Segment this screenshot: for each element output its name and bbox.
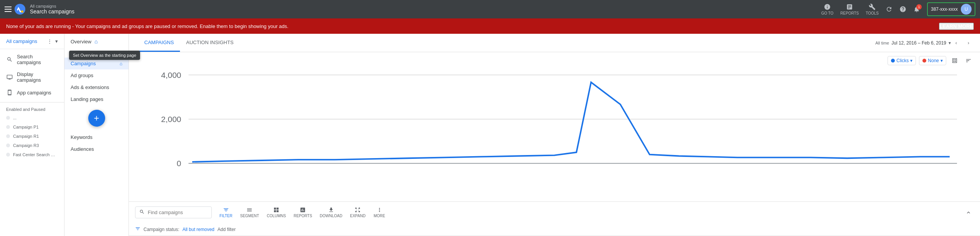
- svg-point-0: [15, 4, 25, 15]
- help-button[interactable]: [899, 6, 906, 13]
- right-content: Overview ⌂ Set Overview as the starting …: [64, 34, 980, 236]
- campaign-status-dot-2: [6, 125, 10, 129]
- campaign-name-5: Fast Center Search C8: [13, 152, 55, 157]
- main-layout: All campaigns ⋮ ▾ Search campaigns Displ…: [0, 34, 980, 236]
- sub-nav-keywords[interactable]: Keywords: [64, 131, 129, 143]
- sidebar-more-icon[interactable]: ⋮: [47, 38, 52, 44]
- fab-plus-icon: +: [94, 114, 99, 123]
- campaign-status-dot-3: [6, 134, 10, 138]
- sidebar-app-label: App campaigns: [17, 90, 51, 96]
- home-icon: ⌂: [94, 38, 97, 45]
- sidebar-divider: [0, 102, 64, 102]
- date-range-selector[interactable]: All time Jul 12, 2016 – Feb 6, 2019 ▾: [875, 40, 951, 46]
- tab-auction-insights[interactable]: AUCTION INSIGHTS: [180, 34, 240, 52]
- account-id: 387-xxx-xxxx: [931, 7, 958, 12]
- app-icon: [6, 89, 13, 96]
- filter-status-label: Campaign status:: [144, 227, 179, 232]
- reports-button[interactable]: REPORTS: [290, 205, 315, 219]
- tools-button[interactable]: TOOLS: [866, 3, 879, 15]
- campaign-item-5[interactable]: Fast Center Search C8: [0, 150, 64, 159]
- prev-date-button[interactable]: ‹: [951, 38, 962, 48]
- campaign-status-dot-5: [6, 153, 10, 157]
- campaign-item-3[interactable]: Campaign R1: [0, 132, 64, 141]
- user-avatar[interactable]: U: [961, 4, 972, 15]
- learn-more-button[interactable]: LEARN MORE: [939, 23, 974, 30]
- add-filter-button[interactable]: Add filter: [218, 227, 236, 232]
- date-range-value: Jul 12, 2016 – Feb 6, 2019: [891, 40, 946, 46]
- sub-nav-landing[interactable]: Landing pages: [64, 93, 129, 105]
- search-input-wrapper[interactable]: [135, 206, 212, 218]
- header-icons: GO TO REPORTS TOOLS 1 387-xxx-xxxx U: [821, 2, 975, 16]
- nav-arrows: ‹ ›: [951, 38, 974, 48]
- sub-nav-panel: Overview ⌂ Set Overview as the starting …: [64, 34, 129, 236]
- columns-label: COLUMNS: [267, 214, 286, 218]
- sidebar-icons: ⋮ ▾: [47, 38, 58, 44]
- sidebar-item-display[interactable]: Display campaigns: [0, 68, 64, 86]
- filter-button[interactable]: FILTER: [216, 205, 236, 219]
- expand-label: EXPAND: [350, 214, 365, 218]
- bottom-toolbar: FILTER SEGMENT COLUMNS REPORTS: [129, 201, 980, 223]
- all-time-label: All time: [875, 41, 889, 45]
- tabs-area: CAMPAIGNS AUCTION INSIGHTS All time Jul …: [129, 34, 980, 52]
- notifications-button[interactable]: 1: [913, 6, 920, 13]
- download-label: DOWNLOAD: [320, 214, 342, 218]
- sub-nav-audiences[interactable]: Audiences: [64, 143, 129, 155]
- main-panel: CAMPAIGNS AUCTION INSIGHTS All time Jul …: [129, 34, 980, 236]
- goto-button[interactable]: GO TO: [821, 3, 833, 15]
- header-breadcrumb: All campaigns: [30, 4, 74, 8]
- campaign-name-1: ...: [13, 116, 16, 120]
- audiences-label: Audiences: [71, 146, 94, 152]
- find-campaigns-input[interactable]: [148, 210, 201, 215]
- chart-area: Clicks ▾ None ▾: [129, 52, 980, 201]
- sidebar-header: All campaigns ⋮ ▾: [0, 34, 64, 49]
- sidebar-item-search[interactable]: Search campaigns: [0, 51, 64, 68]
- svg-text:4,000: 4,000: [161, 71, 181, 79]
- adgroups-label: Ad groups: [71, 73, 93, 78]
- next-date-button[interactable]: ›: [963, 38, 974, 48]
- campaign-item-2[interactable]: Campaign P1: [0, 122, 64, 132]
- overview-nav-item[interactable]: Overview ⌂: [64, 35, 129, 48]
- sub-nav-adgroups[interactable]: Ad groups: [64, 69, 129, 81]
- refresh-button[interactable]: [886, 6, 893, 13]
- sidebar-display-label: Display campaigns: [17, 71, 58, 83]
- header-page-title: Search campaigns: [30, 8, 74, 15]
- campaign-item-1[interactable]: ...: [0, 113, 64, 122]
- hamburger-icon[interactable]: [5, 7, 12, 12]
- fab-button[interactable]: +: [88, 110, 105, 127]
- reports-label: REPORTS: [294, 214, 312, 218]
- tab-campaigns[interactable]: CAMPAIGNS: [138, 34, 180, 52]
- sidebar-item-app[interactable]: App campaigns: [0, 86, 64, 99]
- sidebar-nav-section: Search campaigns Display campaigns App c…: [0, 49, 64, 101]
- campaign-status-dot-4: [6, 144, 10, 147]
- campaign-name-3: Campaign R1: [13, 134, 39, 139]
- account-info[interactable]: 387-xxx-xxxx U: [927, 2, 975, 16]
- filter-value[interactable]: All but removed: [182, 227, 214, 232]
- search-icon: [139, 209, 145, 216]
- campaigns-subnav-label: Campaigns: [71, 61, 96, 66]
- download-button[interactable]: DOWNLOAD: [317, 205, 345, 219]
- display-icon: [6, 74, 13, 81]
- sidebar-expand-icon[interactable]: ▾: [55, 38, 58, 44]
- reports-button[interactable]: REPORTS: [840, 3, 859, 15]
- line-chart-svg: 4,000 2,000 0 Jul 2016 Feb 2019: [152, 68, 957, 201]
- sub-nav-ads[interactable]: Ads & extensions: [64, 81, 129, 93]
- alert-message: None of your ads are running - Your camp…: [6, 23, 939, 29]
- alert-banner: None of your ads are running - Your camp…: [0, 18, 980, 34]
- overview-tooltip: Set Overview as the starting page: [69, 51, 140, 60]
- campaign-item-4[interactable]: Campaign R3: [0, 141, 64, 150]
- collapse-table-button[interactable]: [963, 207, 974, 218]
- chart-svg-container: 4,000 2,000 0 Jul 2016 Feb 2019: [129, 52, 980, 201]
- svg-point-1: [21, 10, 23, 13]
- search-icon: [6, 56, 13, 63]
- left-sidebar: All campaigns ⋮ ▾ Search campaigns Displ…: [0, 34, 64, 236]
- campaign-name-2: Campaign P1: [13, 125, 39, 129]
- landing-label: Landing pages: [71, 96, 103, 102]
- campaign-status-dot: [6, 116, 10, 120]
- google-ads-logo-icon: [15, 4, 25, 15]
- expand-button[interactable]: EXPAND: [347, 205, 368, 219]
- svg-text:2,000: 2,000: [161, 115, 181, 124]
- more-button[interactable]: MORE: [370, 205, 389, 219]
- all-campaigns-label[interactable]: All campaigns: [6, 38, 37, 44]
- segment-button[interactable]: SEGMENT: [237, 205, 262, 219]
- columns-button[interactable]: COLUMNS: [264, 205, 289, 219]
